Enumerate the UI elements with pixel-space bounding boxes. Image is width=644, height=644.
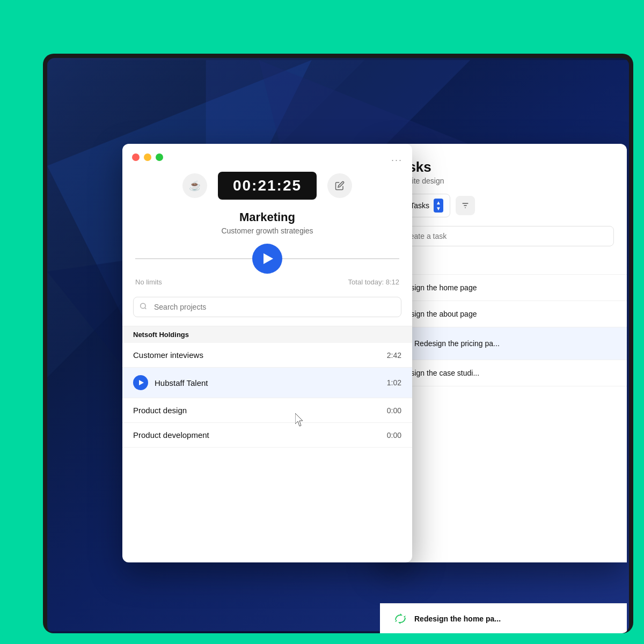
play-icon [264, 253, 273, 264]
maximize-button[interactable] [156, 153, 163, 161]
search-icon [140, 303, 147, 312]
project-row-name: Product design [133, 406, 187, 415]
project-row-time: 0:00 [387, 431, 401, 440]
list-item[interactable]: Hubstaff Talent 1:02 [122, 368, 412, 398]
traffic-lights [122, 144, 412, 167]
search-box [133, 297, 401, 317]
task-row[interactable]: Redesign the about page [380, 301, 627, 327]
select-arrows-icon: ▲ ▼ [434, 199, 443, 213]
filter-button[interactable] [456, 196, 475, 215]
project-row-name: Customer inteviews [133, 350, 203, 360]
edit-button[interactable] [327, 173, 352, 198]
refresh-icon [393, 611, 408, 626]
laptop-screen: ··· ☕ 00:21:25 Marketing Customer growth… [47, 58, 629, 633]
group-header-netsoft: Netsoft Holdings [122, 326, 412, 343]
filter-icon [461, 201, 470, 210]
laptop-frame: ··· ☕ 00:21:25 Marketing Customer growth… [43, 54, 633, 633]
bottom-bar: Redesign the home pa... [380, 603, 627, 633]
tasks-subtitle: Website design [393, 177, 614, 185]
timer-section: ☕ 00:21:25 [122, 167, 412, 208]
task-row[interactable]: Redesign the pricing pa... [380, 327, 627, 360]
bottom-bar-text: Redesign the home pa... [414, 614, 501, 623]
task-row[interactable]: Redesign the home page [380, 275, 627, 301]
list-item[interactable]: Product development 0:00 [122, 423, 412, 448]
timeline-right [280, 258, 399, 259]
play-section [122, 244, 412, 284]
project-row-left: Hubstaff Talent [133, 375, 208, 390]
tasks-title: Tasks [393, 159, 614, 175]
main-play-button[interactable] [252, 244, 282, 274]
project-row-name: Hubstaff Talent [155, 378, 208, 387]
tasks-filter-row: All Tasks ▲ ▼ [393, 194, 614, 217]
tasks-col-header: TASK [380, 257, 627, 275]
tasks-table: TASK Redesign the home page Redesign the… [380, 257, 627, 386]
project-row-time: 1:02 [387, 378, 401, 387]
tasks-header: Tasks Website design All Tasks ▲ ▼ [380, 144, 627, 257]
search-input[interactable] [133, 297, 401, 317]
project-row-time: 0:00 [387, 406, 401, 415]
timer-display: 00:21:25 [218, 172, 317, 200]
project-row-time: 2:42 [387, 351, 401, 360]
project-description: Customer growth strategies [135, 226, 399, 235]
create-task-input[interactable] [393, 226, 614, 246]
project-row-left: Customer inteviews [133, 350, 203, 360]
break-button[interactable]: ☕ [182, 173, 207, 198]
list-item[interactable]: Customer inteviews 2:42 [122, 343, 412, 368]
window-menu-dots[interactable]: ··· [391, 155, 402, 166]
project-row-left: Product design [133, 406, 187, 415]
task-row[interactable]: Redesign the case studi... [380, 360, 627, 386]
project-info: Marketing Customer growth strategies [122, 208, 412, 244]
project-row-left: Product development [133, 430, 209, 440]
timeline-left [135, 258, 254, 259]
projects-list: Netsoft Holdings Customer inteviews 2:42… [122, 326, 412, 448]
close-button[interactable] [132, 153, 140, 161]
tasks-panel: Tasks Website design All Tasks ▲ ▼ [380, 144, 627, 562]
edit-icon [335, 181, 345, 191]
mini-play-icon [139, 380, 144, 385]
minimize-button[interactable] [144, 153, 151, 161]
coffee-icon: ☕ [189, 180, 201, 192]
project-row-name: Product development [133, 430, 209, 440]
svg-point-6 [141, 303, 145, 308]
project-name: Marketing [135, 210, 399, 224]
list-item[interactable]: Product design 0:00 [122, 398, 412, 423]
mini-play-button[interactable] [133, 375, 148, 390]
app-window: ··· ☕ 00:21:25 Marketing Customer growth… [122, 144, 412, 562]
task-name: Redesign the pricing pa... [414, 339, 500, 348]
